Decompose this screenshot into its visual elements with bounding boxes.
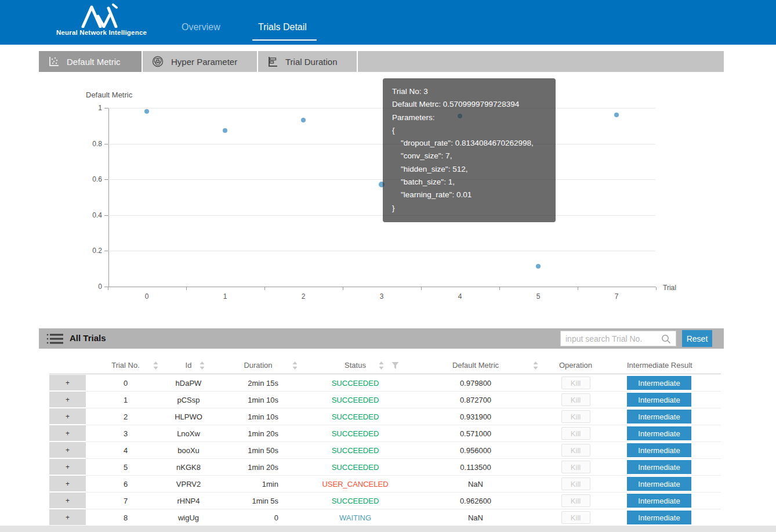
trial-no-cell: 4 (86, 442, 165, 459)
sort-icon[interactable] (153, 361, 158, 371)
column-header-no[interactable]: Trial No. (86, 357, 165, 374)
y-axis-tick (104, 215, 108, 216)
y-gridline (108, 215, 655, 216)
kill-button[interactable]: Kill (561, 461, 590, 473)
x-axis-title: Trial (663, 284, 676, 292)
expand-row-button[interactable]: + (49, 459, 86, 476)
kill-button[interactable]: Kill (561, 511, 590, 524)
nav-tab-overview[interactable]: Overview (182, 22, 220, 32)
scatter-point-trial-2[interactable] (301, 118, 306, 122)
intermediate-button[interactable]: Intermediate (627, 460, 691, 474)
tab-trial-duration[interactable]: Trial Duration (258, 51, 358, 72)
y-gridline (108, 179, 655, 180)
kill-button[interactable]: Kill (561, 477, 590, 490)
nav-tab-trials-detail[interactable]: Trials Detail (258, 22, 307, 32)
scatter-point-trial-5[interactable] (536, 264, 541, 269)
column-header-status[interactable]: Status (304, 357, 406, 374)
tooltip-line-7: "batch_size": 1, (392, 176, 546, 189)
column-header-label-id: Id (186, 361, 192, 370)
tooltip-line-1: Default Metrc: 0.5709999799728394 (392, 98, 546, 111)
trial-no-cell: 2 (86, 408, 165, 425)
operation-cell: Kill (545, 425, 606, 442)
intermediate-button[interactable]: Intermediate (627, 376, 691, 390)
table-row-trial-0: +0hDaPW2min 15sSUCCEEDED0.979800KillInte… (49, 375, 721, 392)
expand-row-button[interactable]: + (49, 425, 86, 442)
tab-hyper-parameter[interactable]: Hyper Parameter (143, 51, 258, 72)
default-metric-cell: NaN (406, 476, 545, 493)
expand-row-button[interactable]: + (49, 392, 86, 408)
intermediate-button[interactable]: Intermediate (627, 443, 691, 457)
tab-default-metric[interactable]: Default Metric (39, 51, 143, 72)
sort-icon[interactable] (533, 361, 538, 371)
search-box (560, 331, 676, 346)
kill-button[interactable]: Kill (561, 410, 590, 423)
search-icon[interactable] (661, 334, 671, 344)
status-cell: SUCCEEDED (304, 442, 406, 459)
expand-row-button[interactable]: + (49, 375, 86, 392)
expand-row-button[interactable]: + (49, 442, 86, 459)
kill-button[interactable]: Kill (561, 393, 590, 406)
intermediate-button[interactable]: Intermediate (627, 477, 691, 491)
intermediate-button[interactable]: Intermediate (627, 511, 691, 524)
reset-button[interactable]: Reset (682, 330, 712, 347)
column-header-intermediate: Intermediate Result (606, 357, 721, 374)
intermediate-button[interactable]: Intermediate (627, 494, 691, 508)
x-axis-tick (108, 287, 108, 290)
scatter-point-trial-0[interactable] (144, 109, 149, 114)
active-tab-underline (252, 39, 317, 41)
status-cell: SUCCEEDED (304, 392, 406, 408)
operation-cell: Kill (545, 392, 606, 408)
y-axis-tick-label: 0.2 (79, 247, 102, 255)
status-cell: SUCCEEDED (304, 375, 406, 392)
x-axis-tick-label: 5 (527, 292, 550, 301)
y-axis-tick (104, 144, 108, 144)
intermediate-button[interactable]: Intermediate (627, 393, 691, 407)
trial-id-cell: nKGK8 (165, 459, 212, 476)
column-header-id[interactable]: Id (165, 357, 212, 374)
operation-cell: Kill (545, 375, 606, 392)
scatter-point-trial-1[interactable] (223, 128, 227, 133)
filter-icon[interactable] (391, 362, 399, 371)
kill-button[interactable]: Kill (561, 494, 590, 507)
table-row-trial-7: +7rHNP41min 5sSUCCEEDED0.962600KillInter… (49, 493, 721, 509)
expand-row-button[interactable]: + (49, 408, 86, 425)
scatter-point-trial-7[interactable] (614, 113, 619, 117)
intermediate-cell: Intermediate (606, 408, 721, 425)
expand-row-button[interactable]: + (49, 476, 86, 493)
default-metric-cell: 0.979800 (406, 375, 545, 392)
kill-button[interactable]: Kill (561, 444, 590, 457)
duration-cell: 1min 20s (212, 459, 304, 476)
duration-cell: 1min (212, 476, 304, 493)
duration-cell: 1min 50s (212, 442, 304, 459)
sort-icon[interactable] (379, 361, 384, 371)
x-axis-tick (343, 287, 343, 290)
expand-row-button[interactable]: + (49, 493, 86, 509)
sort-icon[interactable] (292, 361, 298, 371)
table-row-trial-3: +3LnoXw1min 20sSUCCEEDED0.571000KillInte… (49, 425, 721, 442)
column-header-metric[interactable]: Default Metric (406, 357, 545, 374)
default-metric-cell: NaN (406, 509, 545, 526)
tooltip-line-3: { (392, 124, 546, 137)
intermediate-button[interactable]: Intermediate (627, 426, 691, 440)
column-header-duration[interactable]: Duration (212, 357, 304, 374)
expand-row-button[interactable]: + (49, 509, 86, 526)
status-cell: SUCCEEDED (304, 459, 406, 476)
x-axis-tick-label: 1 (213, 292, 237, 301)
intermediate-button[interactable]: Intermediate (627, 410, 691, 424)
page-footer-strip (0, 526, 776, 532)
nni-logo[interactable]: Neural Network Intelligence (52, 3, 151, 36)
sort-icon[interactable] (200, 361, 205, 371)
tab-trial-duration-label: Trial Duration (285, 57, 337, 67)
tooltip-line-0: Trial No: 3 (392, 85, 546, 98)
kill-button[interactable]: Kill (561, 427, 590, 440)
duration-cell: 1min 20s (212, 425, 304, 442)
y-axis-tick-label: 1 (79, 104, 102, 112)
default-metric-cell: 0.872700 (406, 392, 545, 408)
kill-button[interactable]: Kill (561, 377, 590, 389)
trial-no-cell: 1 (86, 392, 165, 408)
venn-circles-icon (152, 56, 164, 67)
status-cell: WAITING (304, 509, 406, 526)
search-input[interactable] (561, 331, 658, 346)
x-axis-tick-label: 3 (370, 292, 393, 301)
y-gridline (108, 251, 655, 251)
